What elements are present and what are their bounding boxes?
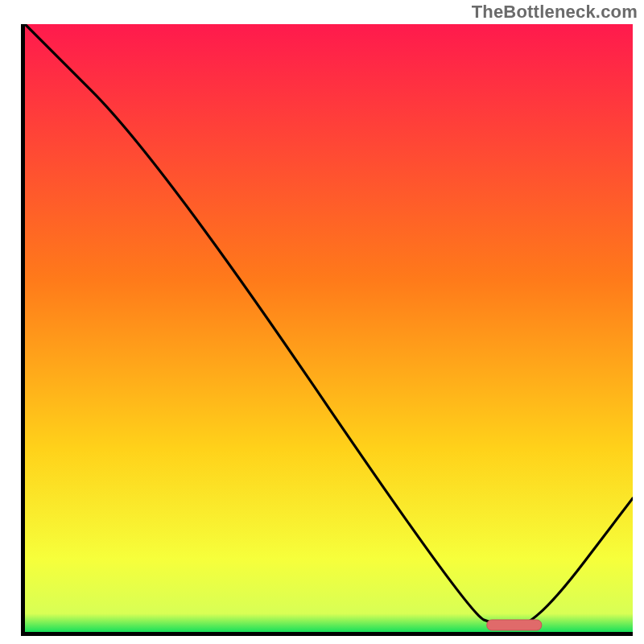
optimum-marker [25,24,633,632]
chart-plot-area [25,24,633,632]
watermark-text: TheBottleneck.com [472,2,638,23]
optimum-marker-rect [487,620,542,630]
